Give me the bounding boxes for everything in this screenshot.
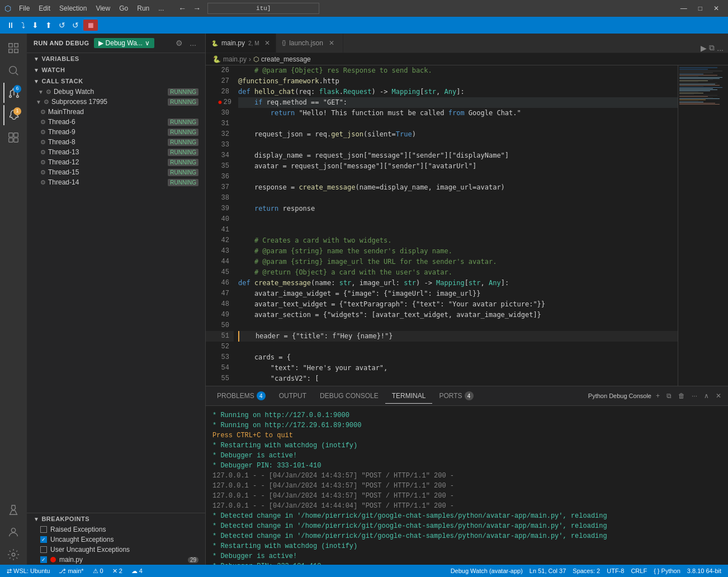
status-warnings[interactable]: ⚠ 0 xyxy=(91,567,106,575)
tab-debug-console[interactable]: DEBUG CONSOLE xyxy=(313,389,385,403)
menu-more[interactable]: ... xyxy=(155,3,167,13)
debug-continue-button[interactable]: ↺ xyxy=(56,20,68,31)
git-icon[interactable]: 6 xyxy=(3,83,23,103)
menu-edit[interactable]: Edit xyxy=(35,3,54,13)
watch-header[interactable]: ▼ WATCH xyxy=(27,64,205,75)
breakpoint-item[interactable]: ✓ Uncaught Exceptions xyxy=(27,535,205,545)
code-editor[interactable]: 262728●293031323334353637383940414243444… xyxy=(206,65,678,386)
status-branch[interactable]: ⎇ main* xyxy=(56,567,86,575)
menu-go[interactable]: Go xyxy=(116,3,131,13)
status-errors[interactable]: ✕ 2 xyxy=(110,567,125,575)
code-text: # Creates a card with two widgets. xyxy=(238,235,392,246)
split-editor-button[interactable]: ⧉ xyxy=(709,43,715,53)
menu-run[interactable]: Run xyxy=(134,3,153,13)
status-remote[interactable]: ⇄ WSL: Ubuntu xyxy=(4,567,52,575)
debug-step-over-button[interactable]: ⤵ xyxy=(19,20,27,31)
breadcrumb-file[interactable]: main.py xyxy=(223,55,247,63)
testing-icon[interactable] xyxy=(3,500,23,520)
code-line: return "Hello! This function must be cal… xyxy=(238,108,678,119)
menu-view[interactable]: View xyxy=(92,3,114,13)
search-icon[interactable] xyxy=(3,60,23,81)
debug-stop-button[interactable]: ⏹ xyxy=(83,20,98,31)
terminal-split-btn[interactable]: ⧉ xyxy=(664,391,674,401)
extensions-icon[interactable] xyxy=(3,127,23,148)
thread-item[interactable]: ⚙ MainThread xyxy=(27,107,205,117)
status-cursor[interactable]: Ln 51, Col 37 xyxy=(527,567,568,574)
tab-problems[interactable]: PROBLEMS 4 xyxy=(210,388,272,404)
tab-main-py-close[interactable]: ✕ xyxy=(264,39,270,47)
thread-item[interactable]: ⚙ Thread-9 RUNNING xyxy=(27,127,205,137)
code-text: def create_message(name: str, image_url:… xyxy=(238,278,509,288)
code-content[interactable]: # @param {Object} res Response to send b… xyxy=(234,65,678,386)
thread-item[interactable]: ⚙ Thread-13 RUNNING xyxy=(27,147,205,157)
tab-launch-json-close[interactable]: ✕ xyxy=(329,39,334,47)
tab-launch-json[interactable]: {} launch.json ✕ xyxy=(276,34,343,53)
debug-pause-button[interactable]: ⏸ xyxy=(4,20,17,31)
tab-terminal[interactable]: TERMINAL xyxy=(385,389,433,404)
breakpoints-header[interactable]: ▼ BREAKPOINTS xyxy=(27,513,205,524)
debug-icon[interactable]: 1 xyxy=(3,105,23,125)
tab-main-py[interactable]: 🐍 main.py 2, M ✕ xyxy=(206,34,276,53)
svg-point-3 xyxy=(10,96,12,98)
bp-checkbox[interactable] xyxy=(40,526,47,533)
terminal-content[interactable]: * Running on http://127.0.0.1:9000 * Run… xyxy=(206,406,728,565)
python-file-icon: 🐍 xyxy=(211,40,218,46)
back-button[interactable]: ← xyxy=(176,3,188,14)
forward-button[interactable]: → xyxy=(191,3,203,14)
thread-item[interactable]: ⚙ Thread-6 RUNNING xyxy=(27,117,205,127)
line-number: ●29 xyxy=(206,97,234,108)
breakpoint-item[interactable]: User Uncaught Exceptions xyxy=(27,545,205,555)
debug-watch-item[interactable]: ▼ ⚙ Debug Watch RUNNING xyxy=(27,87,205,97)
status-eol[interactable]: CRLF xyxy=(628,567,649,574)
breadcrumb-function[interactable]: create_message xyxy=(261,55,311,63)
bp-checkbox[interactable]: ✓ xyxy=(40,536,47,543)
explorer-icon[interactable] xyxy=(3,38,23,58)
terminal-line: Press CTRL+C to quit xyxy=(212,431,721,441)
settings-icon[interactable] xyxy=(3,545,23,565)
status-spaces[interactable]: Spaces: 2 xyxy=(570,567,602,574)
subprocess-item[interactable]: ▼ ⚙ Subprocess 17995 RUNNING xyxy=(27,97,205,107)
thread-item[interactable]: ⚙ Thread-12 RUNNING xyxy=(27,157,205,167)
minimize-button[interactable]: — xyxy=(676,3,692,13)
status-encoding[interactable]: UTF-8 xyxy=(604,567,626,574)
terminal-trash-btn[interactable]: 🗑 xyxy=(676,391,687,401)
address-bar[interactable]: itu] xyxy=(207,3,319,14)
breakpoint-item[interactable]: Raised Exceptions xyxy=(27,524,205,535)
menu-file[interactable]: File xyxy=(16,3,33,13)
tab-launch-json-label: launch.json xyxy=(289,39,323,47)
maximize-button[interactable]: □ xyxy=(694,3,707,13)
tab-output[interactable]: OUTPUT xyxy=(272,389,313,403)
watch-chevron: ▼ xyxy=(34,67,39,73)
panel-more-btn[interactable]: ··· xyxy=(689,391,699,401)
panel-close-btn[interactable]: ✕ xyxy=(713,391,724,401)
debug-more-btn[interactable]: ... xyxy=(187,37,198,49)
debug-step-out-button[interactable]: ⬆ xyxy=(43,20,54,31)
status-language[interactable]: { } Python xyxy=(651,567,683,574)
thread-item[interactable]: ⚙ Thread-15 RUNNING xyxy=(27,167,205,177)
code-line: @functions_framework.http xyxy=(238,76,678,87)
status-sync[interactable]: ☁ 4 xyxy=(129,567,145,575)
editor-more-button[interactable]: ... xyxy=(717,44,724,53)
status-python-version[interactable]: 3.8.10 64-bit xyxy=(685,567,724,574)
panel-maximize-btn[interactable]: ∧ xyxy=(702,391,711,401)
close-button[interactable]: ✕ xyxy=(709,3,724,13)
terminal-text: * Running on http://172.29.61.89:9000 xyxy=(212,422,361,429)
debug-play-button[interactable]: ▶ Debug Wa... ∨ xyxy=(94,38,154,48)
run-file-button[interactable]: ▶ xyxy=(701,44,707,53)
debug-step-into-button[interactable]: ⬇ xyxy=(30,20,41,31)
bp-checkbox[interactable] xyxy=(40,546,47,553)
debug-restart-button[interactable]: ↺ xyxy=(70,20,81,31)
line-number: 51 xyxy=(206,331,234,342)
thread-item[interactable]: ⚙ Thread-14 RUNNING xyxy=(27,177,205,187)
breakpoint-item[interactable]: ✓ main.py 29 xyxy=(27,555,205,565)
menu-selection[interactable]: Selection xyxy=(56,3,90,13)
status-debug-session[interactable]: Debug Watch (avatar-app) xyxy=(448,567,525,574)
debug-settings-btn[interactable]: ⚙ xyxy=(173,37,185,49)
account-icon[interactable] xyxy=(3,522,23,542)
callstack-header[interactable]: ▼ CALL STACK xyxy=(27,75,205,87)
tab-ports[interactable]: PORTS 4 xyxy=(432,388,480,404)
bp-checkbox[interactable]: ✓ xyxy=(40,556,47,563)
thread-item[interactable]: ⚙ Thread-8 RUNNING xyxy=(27,137,205,147)
variables-header[interactable]: ▼ VARIABLES xyxy=(27,53,205,64)
add-terminal-btn[interactable]: + xyxy=(654,391,662,401)
